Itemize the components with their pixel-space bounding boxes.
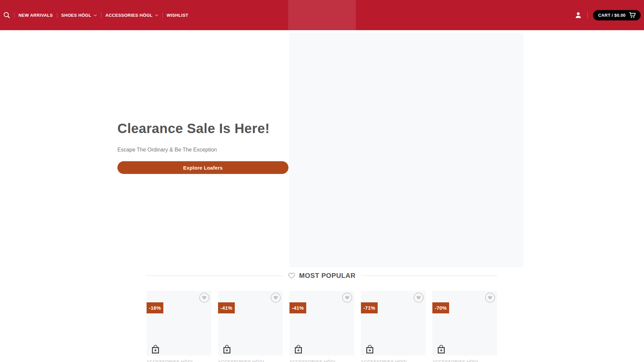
- site-header: NEW ARRIVALS SHOES HÖGL ACCESSORIES HÖGL…: [0, 0, 644, 30]
- product-category[interactable]: ACCESSORIES HÖGL: [147, 359, 211, 362]
- product-category[interactable]: ACCESSORIES HÖGL: [361, 359, 426, 362]
- heart-icon: [345, 296, 350, 300]
- wishlist-button[interactable]: [485, 293, 495, 303]
- section-title: MOST POPULAR: [288, 272, 356, 280]
- wishlist-button[interactable]: [342, 293, 352, 303]
- heart-icon: [416, 296, 421, 300]
- main-nav: NEW ARRIVALS SHOES HÖGL ACCESSORIES HÖGL…: [3, 0, 188, 30]
- most-popular-section: MOST POPULAR -16%: [0, 267, 644, 362]
- nav-item-label: SHOES HÖGL: [61, 13, 92, 18]
- section-heading-row: MOST POPULAR: [146, 270, 497, 281]
- heart-outline-icon: [288, 273, 295, 279]
- nav-divider: [101, 12, 101, 18]
- product-card[interactable]: -41% ACCESSORIES HÖGL: [289, 291, 354, 362]
- heart-icon: [488, 296, 492, 300]
- heart-icon: [202, 296, 207, 300]
- explore-loafers-button[interactable]: Explore Loafers: [117, 161, 288, 174]
- discount-badge: -71%: [361, 302, 378, 313]
- bag-plus-icon: [294, 345, 303, 354]
- product-grid: -16% ACCESSORIES HÖGL -4: [147, 291, 497, 362]
- bag-plus-icon: [223, 345, 231, 354]
- product-image-placeholder: -16%: [147, 291, 211, 356]
- wishlist-button[interactable]: [199, 293, 209, 303]
- wishlist-button[interactable]: [414, 293, 424, 303]
- product-image-placeholder: -71%: [361, 291, 426, 356]
- add-to-cart-button[interactable]: [294, 345, 303, 354]
- bag-plus-icon: [437, 345, 445, 354]
- product-card[interactable]: -70% ACCESSORIES HÖGL: [432, 291, 497, 362]
- nav-item-shoes-hogl[interactable]: SHOES HÖGL: [61, 13, 97, 18]
- nav-item-label: WISHLIST: [167, 13, 189, 18]
- hero-slider: Clearance Sale Is Here! Escape The Ordin…: [0, 30, 644, 267]
- chevron-down-icon: [155, 14, 158, 16]
- add-to-cart-button[interactable]: [437, 345, 445, 354]
- nav-divider: [14, 12, 14, 18]
- product-category[interactable]: ACCESSORIES HÖGL: [218, 359, 283, 362]
- heading-divider-left: [146, 276, 283, 276]
- product-category[interactable]: ACCESSORIES HÖGL: [432, 359, 497, 362]
- add-to-cart-button[interactable]: [223, 345, 231, 354]
- heading-divider-right: [361, 276, 497, 276]
- nav-item-wishlist[interactable]: WISHLIST: [167, 13, 189, 18]
- product-card[interactable]: -71% ACCESSORIES HÖGL: [361, 291, 426, 362]
- hero-subtitle: Escape The Ordinary & Be The Exception: [117, 147, 217, 153]
- section-title-text: MOST POPULAR: [299, 272, 356, 280]
- product-image-placeholder: -70%: [432, 291, 497, 356]
- product-category[interactable]: ACCESSORIES HÖGL: [289, 359, 354, 362]
- cart-icon: [629, 12, 636, 18]
- search-icon[interactable]: [3, 12, 10, 18]
- bag-plus-icon: [151, 345, 160, 354]
- chevron-down-icon: [94, 14, 97, 16]
- nav-item-new-arrivals[interactable]: NEW ARRIVALS: [18, 13, 53, 18]
- user-icon[interactable]: [575, 11, 582, 19]
- cart-button[interactable]: CART / $0.00: [593, 10, 641, 20]
- discount-badge: -70%: [432, 302, 449, 313]
- wishlist-button[interactable]: [271, 293, 281, 303]
- nav-divider: [57, 12, 57, 18]
- discount-badge: -16%: [147, 302, 163, 313]
- site-logo[interactable]: [288, 0, 356, 30]
- hero-image-placeholder: [289, 33, 523, 267]
- nav-divider: [162, 12, 163, 18]
- nav-item-label: ACCESSORIES HÖGL: [105, 13, 153, 18]
- add-to-cart-button[interactable]: [366, 345, 374, 354]
- product-image-placeholder: -41%: [218, 291, 283, 356]
- header-divider: [587, 11, 588, 19]
- bag-plus-icon: [366, 345, 374, 354]
- add-to-cart-button[interactable]: [151, 345, 160, 354]
- nav-item-label: NEW ARRIVALS: [18, 13, 53, 18]
- discount-badge: -41%: [289, 302, 306, 313]
- product-image-placeholder: -41%: [289, 291, 354, 356]
- header-right: CART / $0.00: [575, 0, 641, 30]
- heart-icon: [273, 296, 278, 300]
- product-card[interactable]: -16% ACCESSORIES HÖGL: [147, 291, 211, 362]
- cart-label: CART / $0.00: [598, 13, 626, 18]
- product-card[interactable]: -41% ACCESSORIES HÖGL: [218, 291, 283, 362]
- nav-item-accessories-hogl[interactable]: ACCESSORIES HÖGL: [105, 13, 158, 18]
- discount-badge: -41%: [218, 302, 235, 313]
- hero-title: Clearance Sale Is Here!: [117, 121, 270, 136]
